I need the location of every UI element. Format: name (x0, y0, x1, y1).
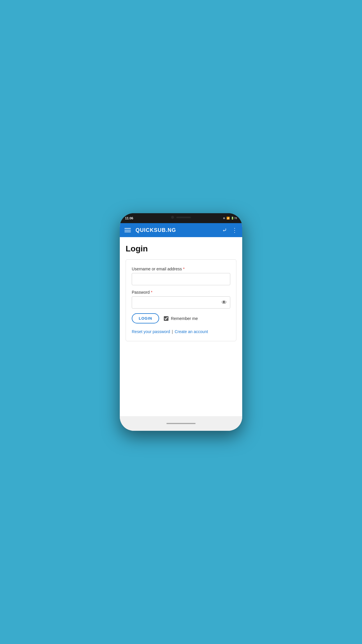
remember-me-label[interactable]: Remember me (164, 316, 198, 321)
toggle-password-icon[interactable]: 👁 (222, 300, 227, 305)
battery-icon: 🔋78 (231, 217, 237, 220)
hamburger-button[interactable] (124, 228, 131, 232)
hamburger-line-3 (124, 232, 131, 232)
username-required-star: * (183, 267, 184, 271)
reset-password-link[interactable]: Reset your password (132, 329, 170, 334)
password-label: Password * (132, 290, 230, 295)
links-row: Reset your password | Create an account (132, 329, 230, 334)
content-area: Login Username or email address * Passw (120, 237, 242, 416)
username-label-text: Username or email address (132, 267, 182, 271)
share-icon[interactable]: ⤶ (222, 227, 227, 234)
link-separator: | (172, 329, 173, 334)
camera (171, 216, 174, 219)
signal-icon: 📶 (226, 217, 230, 220)
password-wrapper: 👁 (132, 296, 230, 309)
username-input[interactable] (132, 273, 230, 285)
page-content: Login Username or email address * Passw (120, 237, 242, 348)
password-input[interactable] (132, 296, 230, 309)
username-label: Username or email address * (132, 267, 230, 271)
more-options-icon[interactable]: ⋮ (232, 227, 238, 234)
app-title: QUICKSUB.NG (136, 227, 176, 233)
hamburger-line-1 (124, 228, 131, 229)
username-field-group: Username or email address * (132, 267, 230, 285)
login-button[interactable]: LOGIN (132, 313, 159, 323)
status-time: 11:06 (125, 216, 133, 220)
wifi-icon: ⊕ (223, 217, 225, 220)
phone-frame: 11:06 ⊕ 📶 🔋78 QUICKSUB.NG ⤶ ⋮ (120, 213, 242, 431)
form-actions: LOGIN Remember me (132, 313, 230, 323)
status-icons: ⊕ 📶 🔋78 (223, 217, 237, 220)
status-bar: 11:06 ⊕ 📶 🔋78 (120, 213, 242, 223)
app-bar-right: ⤶ ⋮ (222, 227, 238, 234)
create-account-link[interactable]: Create an account (175, 329, 208, 334)
app-bar: QUICKSUB.NG ⤶ ⋮ (120, 223, 242, 237)
password-field-group: Password * 👁 (132, 290, 230, 309)
password-label-text: Password (132, 290, 150, 295)
password-required-star: * (151, 290, 152, 295)
bottom-area (120, 416, 242, 431)
page-title: Login (126, 244, 236, 253)
hamburger-line-2 (124, 230, 131, 230)
speaker (176, 217, 191, 218)
remember-me-text: Remember me (171, 316, 198, 321)
remember-me-checkbox[interactable] (164, 316, 168, 321)
app-bar-left: QUICKSUB.NG (124, 227, 176, 233)
login-card: Username or email address * Password * (126, 259, 236, 341)
home-indicator (166, 423, 196, 424)
screen: QUICKSUB.NG ⤶ ⋮ Login Username or email … (120, 223, 242, 431)
notch (162, 213, 200, 221)
